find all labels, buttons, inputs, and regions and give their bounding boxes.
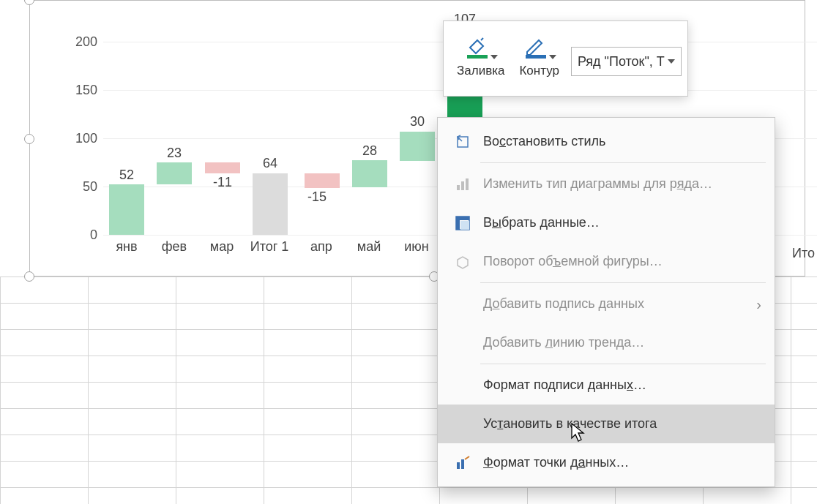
svg-rect-9 <box>457 462 460 469</box>
paint-bucket-icon <box>464 34 489 59</box>
data-label: -11 <box>201 175 245 190</box>
x-tick-label: май <box>346 239 392 255</box>
y-tick-label: 0 <box>53 227 97 243</box>
rotate-3d-icon <box>448 254 477 270</box>
menu-set-as-total[interactable]: Установить в качестве итога <box>438 405 775 443</box>
x-tick-label: июн <box>393 239 440 255</box>
y-tick-label: 150 <box>53 83 97 98</box>
menu-restore-style[interactable]: Восстановить стиль <box>438 122 775 161</box>
svg-rect-8 <box>460 221 469 230</box>
waterfall-bar[interactable] <box>400 132 435 161</box>
waterfall-bar-total[interactable] <box>253 173 288 235</box>
svg-rect-2 <box>457 185 460 190</box>
waterfall-bar[interactable] <box>109 184 144 235</box>
menu-separator <box>480 282 766 283</box>
waterfall-bar[interactable] <box>305 173 340 188</box>
svg-rect-7 <box>456 217 460 230</box>
y-tick-label: 200 <box>53 34 97 50</box>
data-label: 52 <box>105 168 149 183</box>
svg-rect-3 <box>461 181 464 190</box>
data-label: 30 <box>395 114 439 129</box>
chart-context-menu: Восстановить стиль Изменить тип диаграмм… <box>437 117 775 487</box>
menu-label: Формат точки данных… <box>477 455 764 470</box>
menu-separator <box>480 162 766 163</box>
svg-rect-0 <box>467 55 488 59</box>
x-tick-label: мар <box>198 239 245 255</box>
reset-style-icon <box>448 134 477 150</box>
fill-label: Заливка <box>457 64 504 78</box>
x-tick-label: апр <box>298 239 345 255</box>
menu-add-trendline: Добавить линию тренда… <box>438 323 775 362</box>
data-label: 23 <box>152 146 196 161</box>
svg-rect-4 <box>466 178 469 190</box>
waterfall-bar[interactable] <box>157 162 192 184</box>
menu-change-chart-type: Изменить тип диаграммы для ряда… <box>438 165 775 203</box>
waterfall-bar[interactable] <box>352 160 387 187</box>
x-tick-label: фев <box>151 239 198 255</box>
y-tick-label: 50 <box>53 179 97 195</box>
resize-handle-bottom-left[interactable] <box>24 271 34 282</box>
data-label: -15 <box>295 189 339 205</box>
pen-outline-icon <box>523 34 548 59</box>
menu-label: Добавить линию тренда… <box>477 335 764 350</box>
submenu-arrow-icon: › <box>756 296 761 312</box>
x-tick-label: янв <box>103 239 150 255</box>
menu-rotate-3d: Поворот объемной фигуры… <box>438 242 775 281</box>
series-selector-dropdown[interactable]: Ряд "Поток", Т <box>571 47 682 76</box>
waterfall-bar[interactable] <box>205 162 240 173</box>
menu-format-data-label[interactable]: Формат подписи данных… <box>438 366 775 405</box>
dropdown-caret-icon <box>549 55 556 59</box>
select-data-icon <box>448 215 477 231</box>
svg-rect-10 <box>461 459 464 469</box>
outline-label: Контур <box>519 64 559 78</box>
fill-dropdown[interactable]: Заливка <box>449 26 512 93</box>
dropdown-caret-icon <box>668 59 675 64</box>
dropdown-caret-icon <box>490 55 498 59</box>
menu-select-data[interactable]: Выбрать данные… <box>438 203 775 242</box>
chart-type-icon <box>448 176 477 192</box>
x-tick-label-truncated: Ито <box>792 246 815 261</box>
menu-label: Выбрать данные… <box>477 215 764 230</box>
resize-handle-top-left[interactable] <box>24 0 34 5</box>
menu-format-data-point[interactable]: Формат точки данных… <box>438 443 775 482</box>
y-tick-label: 100 <box>53 131 97 146</box>
menu-label: Формат подписи данных… <box>477 377 764 393</box>
menu-label: Изменить тип диаграммы для ряда… <box>477 176 764 192</box>
format-point-icon <box>448 455 477 471</box>
data-label: 28 <box>348 143 392 159</box>
menu-add-data-label: Добавить подпись данных › <box>438 285 775 323</box>
svg-rect-1 <box>526 55 546 59</box>
resize-handle-middle-left[interactable] <box>24 134 34 144</box>
x-tick-label: Итог 1 <box>246 239 293 255</box>
menu-label: Восстановить стиль <box>477 134 764 149</box>
outline-dropdown[interactable]: Контур <box>512 26 567 93</box>
series-selector-text: Ряд "Поток", Т <box>578 54 665 69</box>
data-label: 64 <box>248 156 292 171</box>
menu-separator <box>480 364 766 364</box>
chart-mini-toolbar: Заливка Контур Ряд "Поток", Т <box>443 20 688 97</box>
menu-label: Добавить подпись данных <box>477 296 764 312</box>
menu-label: Установить в качестве итога <box>477 416 764 432</box>
menu-label: Поворот объемной фигуры… <box>477 254 764 269</box>
